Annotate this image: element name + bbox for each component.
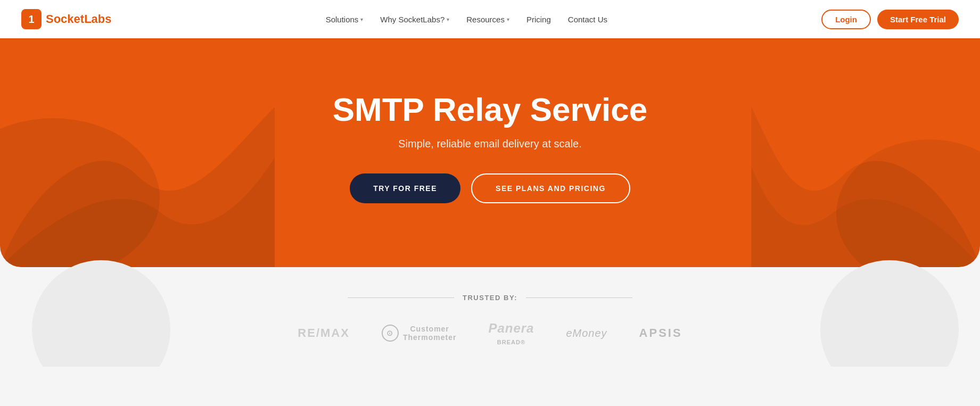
nav-link-contact[interactable]: Contact Us — [568, 15, 607, 24]
nav-item-why[interactable]: Why SocketLabs? ▾ — [380, 15, 449, 24]
logo-customer-thermometer: ⊙ Customer Thermometer — [382, 325, 456, 342]
nav-item-resources[interactable]: Resources ▾ — [466, 15, 509, 24]
trusted-divider-left — [348, 297, 454, 298]
nav-actions: Login Start Free Trial — [821, 10, 959, 29]
hero-subtitle: Simple, reliable email delivery at scale… — [333, 138, 648, 150]
logo-link[interactable]: 1 SocketLabs — [21, 9, 112, 29]
login-button[interactable]: Login — [821, 10, 871, 29]
start-free-trial-button[interactable]: Start Free Trial — [877, 10, 959, 29]
logo-icon: 1 — [21, 9, 42, 29]
chevron-down-icon: ▾ — [447, 16, 449, 22]
hero-section: SMTP Relay Service Simple, reliable emai… — [0, 38, 980, 267]
nav-link-why[interactable]: Why SocketLabs? ▾ — [380, 15, 449, 24]
customer-therm-icon: ⊙ — [382, 325, 399, 342]
chevron-down-icon: ▾ — [507, 16, 509, 22]
logo-emoney: eMoney — [566, 327, 607, 339]
nav-links: Solutions ▾ Why SocketLabs? ▾ Resources … — [326, 15, 607, 24]
nav-item-contact[interactable]: Contact Us — [568, 15, 607, 24]
try-for-free-button[interactable]: TRY FOR FREE — [350, 173, 460, 203]
nav-item-pricing[interactable]: Pricing — [526, 15, 551, 24]
logo-text: SocketLabs — [46, 12, 112, 26]
navbar: 1 SocketLabs Solutions ▾ Why SocketLabs?… — [0, 0, 980, 38]
hero-buttons: TRY FOR FREE SEE PLANS AND PRICING — [333, 173, 648, 203]
see-plans-pricing-button[interactable]: SEE PLANS AND PRICING — [471, 173, 630, 203]
customer-therm-text: Customer Thermometer — [403, 325, 456, 342]
trusted-label-row: TRUSTED BY: — [21, 294, 959, 302]
panera-bread-text: BREAD® — [497, 339, 525, 345]
panera-main-text: Panera — [488, 321, 534, 336]
hero-title: SMTP Relay Service — [333, 92, 648, 128]
chevron-down-icon: ▾ — [360, 16, 363, 22]
hero-wave-right-decoration — [637, 38, 980, 267]
nav-link-resources[interactable]: Resources ▾ — [466, 15, 509, 24]
logo-panera: Panera BREAD® — [488, 321, 534, 345]
logos-row: RE/MAX ⊙ Customer Thermometer Panera BRE… — [21, 321, 959, 345]
logo-apsis: APSIS — [639, 326, 682, 340]
trusted-label: TRUSTED BY: — [463, 294, 517, 302]
hero-content: SMTP Relay Service Simple, reliable emai… — [333, 92, 648, 203]
nav-item-solutions[interactable]: Solutions ▾ — [326, 15, 364, 24]
trusted-section-inner: TRUSTED BY: RE/MAX ⊙ Customer Thermomete… — [21, 294, 959, 345]
logo-remax: RE/MAX — [298, 326, 350, 340]
nav-link-solutions[interactable]: Solutions ▾ — [326, 15, 364, 24]
trusted-divider-right — [526, 297, 632, 298]
trusted-section: TRUSTED BY: RE/MAX ⊙ Customer Thermomete… — [0, 267, 980, 367]
nav-link-pricing[interactable]: Pricing — [526, 15, 551, 24]
